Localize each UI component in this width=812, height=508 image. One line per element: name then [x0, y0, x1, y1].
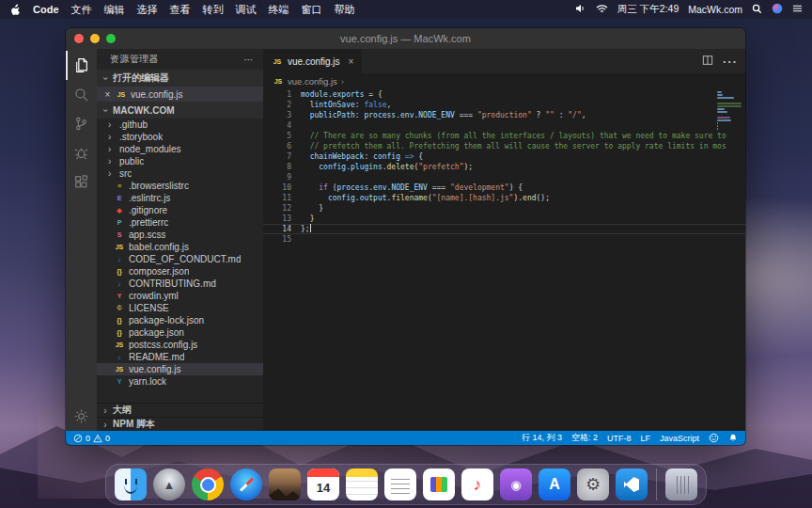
activitybar-extensions-button[interactable]: [66, 167, 97, 197]
dock-finder-icon[interactable]: [115, 468, 147, 500]
editor-more-actions-icon[interactable]: ⋯: [722, 53, 737, 71]
code-line-11[interactable]: 11 config.output.filename("[name].[hash]…: [263, 193, 745, 203]
dock-podcasts-icon[interactable]: ◉: [500, 468, 532, 500]
tree-item-vue.config.js[interactable]: JSvue.config.js: [97, 363, 263, 375]
tree-item-LICENSE[interactable]: ©LICENSE: [97, 302, 263, 314]
menu-item-7[interactable]: 窗口: [302, 3, 322, 17]
dock-app-store-icon[interactable]: A: [539, 468, 570, 500]
tree-item-public[interactable]: ›public: [97, 155, 263, 167]
menu-item-1[interactable]: 编辑: [104, 3, 125, 17]
zoom-window-button[interactable]: [106, 34, 116, 43]
tree-item-src[interactable]: ›src: [97, 167, 263, 180]
notifications-bell-icon[interactable]: [728, 433, 738, 443]
dock-textedit-icon[interactable]: [384, 468, 416, 500]
npm-scripts-section-header[interactable]: › NPM 脚本: [97, 417, 263, 431]
encoding-indicator[interactable]: UTF-8: [607, 434, 632, 443]
activitybar-search-button[interactable]: [66, 80, 97, 109]
close-icon[interactable]: ×: [103, 89, 112, 100]
tree-item-CODE_OF_CONDUCT.md[interactable]: ↓CODE_OF_CONDUCT.md: [97, 253, 263, 265]
tab-vue-config-js[interactable]: JS vue.config.js ×: [263, 49, 362, 73]
minimize-window-button[interactable]: [90, 34, 100, 43]
tree-item-yarn.lock[interactable]: Yyarn.lock: [97, 375, 263, 388]
project-section-header[interactable]: › MACWK.COM: [97, 102, 263, 119]
minimap[interactable]: [717, 90, 743, 134]
menubar-app-name[interactable]: Code: [33, 4, 59, 15]
cursor-position[interactable]: 行 14, 列 3: [522, 432, 562, 444]
tree-item-composer.json[interactable]: {}composer.json: [97, 265, 263, 278]
split-editor-icon[interactable]: [702, 53, 713, 70]
code-line-10[interactable]: 10 if (process.env.NODE_ENV === "develop…: [263, 183, 745, 193]
language-mode[interactable]: JavaScript: [660, 434, 699, 443]
code-line-5[interactable]: 5 // There are so many chunks (from all …: [263, 131, 745, 141]
tree-item-.browserslistrc[interactable]: ≡.browserslistrc: [97, 180, 263, 192]
menubar-clock[interactable]: 周三 下午2:49: [617, 3, 679, 16]
activitybar-explorer-button[interactable]: [66, 51, 97, 80]
menu-item-8[interactable]: 帮助: [335, 3, 355, 17]
code-line-7[interactable]: 7 chainWebpack: config => {: [263, 151, 745, 162]
tree-item-README.md[interactable]: ↓README.md: [97, 351, 263, 363]
code-line-13[interactable]: 13 }: [263, 214, 745, 224]
dock-photos-icon[interactable]: [269, 468, 301, 500]
siri-icon[interactable]: [772, 3, 783, 16]
code-line-14[interactable]: 14};: [263, 224, 745, 234]
indentation-indicator[interactable]: 空格: 2: [571, 432, 598, 444]
code-line-8[interactable]: 8 config.plugins.delete("prefetch");: [263, 162, 745, 172]
spotlight-icon[interactable]: [752, 4, 762, 16]
menu-item-0[interactable]: 文件: [71, 3, 92, 17]
dock-safari-icon[interactable]: [230, 468, 262, 500]
dock-launchpad-icon[interactable]: ▲: [153, 468, 185, 500]
code-line-3[interactable]: 3 publicPath: process.env.NODE_ENV === "…: [263, 110, 745, 120]
sidebar-actions-icon[interactable]: ⋯: [244, 55, 254, 65]
menu-item-5[interactable]: 调试: [236, 3, 257, 17]
volume-icon[interactable]: [575, 4, 586, 15]
dock-trash-icon[interactable]: [665, 468, 697, 500]
tree-item-postcss.config.js[interactable]: JSpostcss.config.js: [97, 339, 263, 351]
window-titlebar[interactable]: vue.config.js — MacWk.com: [66, 28, 745, 49]
outline-section-header[interactable]: › 大纲: [97, 403, 263, 417]
dock-calendar-icon[interactable]: 14: [307, 468, 339, 500]
problems-indicator[interactable]: 0 0: [73, 434, 110, 443]
code-line-1[interactable]: 1module.exports = {: [263, 89, 745, 100]
dock-vscode-icon[interactable]: [616, 468, 648, 500]
open-editors-section-header[interactable]: › 打开的编辑器: [97, 70, 263, 87]
code-line-9[interactable]: 9: [263, 172, 745, 183]
apple-menu-icon[interactable]: [9, 3, 21, 16]
wifi-icon[interactable]: [596, 4, 608, 16]
tree-item-package-lock.json[interactable]: {}package-lock.json: [97, 314, 263, 326]
tree-item-.storybook[interactable]: ›.storybook: [97, 131, 263, 143]
tree-item-package.json[interactable]: {}package.json: [97, 326, 263, 339]
menu-item-6[interactable]: 终端: [269, 3, 289, 17]
code-editor[interactable]: 1module.exports = {2 lintOnSave: false,3…: [263, 88, 745, 431]
menu-item-4[interactable]: 转到: [203, 3, 224, 17]
tree-item-app.scss[interactable]: Sapp.scss: [97, 229, 263, 241]
tree-item-.github[interactable]: ›.github: [97, 119, 263, 131]
tree-item-babel.config.js[interactable]: JSbabel.config.js: [97, 241, 263, 253]
open-editor-item-vue-config[interactable]: × JS vue.config.js: [97, 87, 263, 102]
tree-item-crowdin.yml[interactable]: Ycrowdin.yml: [97, 290, 263, 302]
activitybar-settings-button[interactable]: [66, 402, 97, 431]
tree-item-CONTRIBUTING.md[interactable]: ↓CONTRIBUTING.md: [97, 278, 263, 290]
tree-item-.eslintrc.js[interactable]: E.eslintrc.js: [97, 192, 263, 204]
close-tab-icon[interactable]: ×: [349, 56, 354, 67]
code-line-4[interactable]: 4: [263, 120, 745, 131]
dock-books-icon[interactable]: [423, 468, 455, 500]
activitybar-debug-button[interactable]: [66, 138, 97, 167]
close-window-button[interactable]: [74, 34, 84, 43]
activitybar-source-control-button[interactable]: [66, 109, 97, 138]
dock-chrome-icon[interactable]: [192, 468, 224, 500]
code-line-2[interactable]: 2 lintOnSave: false,: [263, 100, 745, 110]
eol-indicator[interactable]: LF: [640, 434, 650, 443]
feedback-smiley-icon[interactable]: [709, 433, 719, 443]
code-line-12[interactable]: 12 }: [263, 203, 745, 214]
breadcrumb[interactable]: JS vue.config.js ›: [263, 73, 745, 88]
menu-item-3[interactable]: 查看: [170, 3, 191, 17]
notification-center-icon[interactable]: [792, 4, 803, 15]
code-line-6[interactable]: 6 // prefetch them all. Prefetching them…: [263, 141, 745, 151]
menu-item-2[interactable]: 选择: [137, 3, 158, 17]
tree-item-node_modules[interactable]: ›node_modules: [97, 143, 263, 155]
tree-item-.gitignore[interactable]: ◆.gitignore: [97, 204, 263, 216]
dock-music-icon[interactable]: ♪: [461, 468, 493, 500]
dock-system-preferences-icon[interactable]: ⚙: [577, 468, 609, 500]
code-line-15[interactable]: 15: [263, 234, 745, 245]
tree-item-.prettierrc[interactable]: P.prettierrc: [97, 216, 263, 229]
